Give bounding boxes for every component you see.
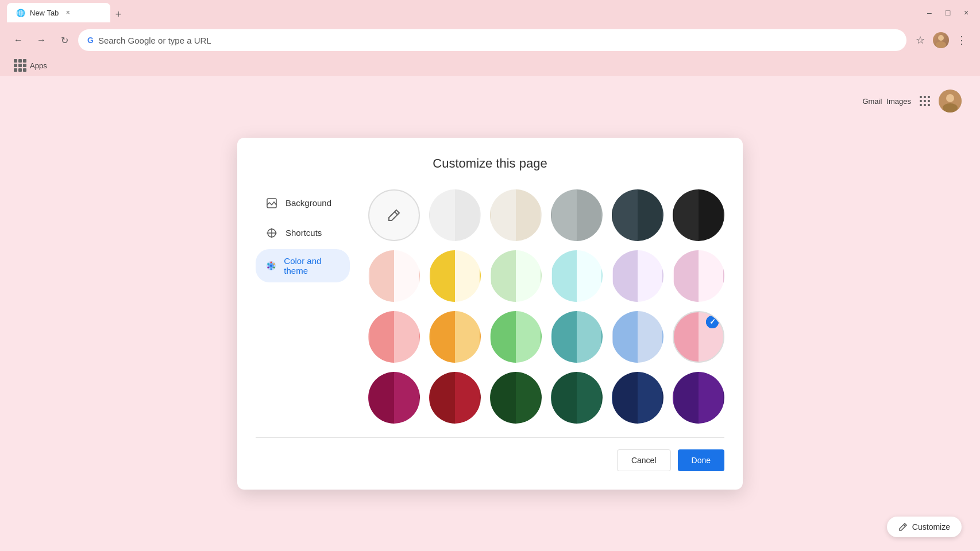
forward-button[interactable]: → — [32, 31, 51, 49]
svg-point-18 — [270, 265, 272, 267]
color-option-light-cyan[interactable] — [551, 250, 603, 302]
bookmarks-bar: Apps — [0, 55, 980, 76]
color-option-dark-navy[interactable] — [612, 372, 663, 424]
back-button[interactable]: ← — [9, 31, 28, 49]
color-option-salmon[interactable] — [368, 311, 420, 363]
dialog-title: Customize this page — [256, 156, 724, 171]
color-option-pink-selected[interactable]: ✓ — [673, 311, 724, 363]
color-option-dark-teal[interactable] — [551, 372, 603, 424]
palette-icon — [265, 259, 277, 273]
color-option-dark-gray[interactable] — [612, 189, 663, 241]
apps-bookmark[interactable]: Apps — [9, 57, 52, 74]
svg-point-21 — [273, 266, 275, 268]
color-option-light-pink[interactable] — [368, 250, 420, 302]
window-controls: – □ × — [923, 6, 973, 20]
color-theme-label: Color and theme — [284, 256, 341, 276]
svg-point-19 — [270, 261, 272, 263]
svg-point-23 — [267, 266, 269, 268]
color-option-light-green[interactable] — [490, 250, 542, 302]
cancel-button[interactable]: Cancel — [617, 449, 671, 471]
svg-point-24 — [267, 263, 269, 265]
color-option-light-rose[interactable] — [673, 250, 724, 302]
title-bar: 🌐 New Tab × + – □ × — [0, 0, 980, 25]
color-row-2 — [368, 250, 724, 302]
sidebar-item-shortcuts[interactable]: Shortcuts — [256, 219, 350, 247]
color-option-light-lavender[interactable] — [612, 250, 663, 302]
color-option-crimson[interactable] — [429, 372, 481, 424]
customize-fab[interactable]: Customize — [887, 517, 962, 537]
google-logo: G — [87, 36, 94, 45]
apps-grid-icon — [14, 59, 26, 72]
color-option-orange[interactable] — [429, 311, 481, 363]
color-row-4 — [368, 372, 724, 424]
color-option-teal[interactable] — [551, 311, 603, 363]
sidebar-nav: Background Shortcuts — [256, 189, 350, 424]
shortcuts-icon — [265, 226, 279, 240]
nav-right-controls: ☆ ⋮ — [911, 31, 971, 49]
shortcuts-label: Shortcuts — [285, 228, 322, 238]
tab-close-button[interactable]: × — [63, 8, 72, 17]
color-row-1 — [368, 189, 724, 241]
browser-frame: 🌐 New Tab × + – □ × ← → ↻ G Search Googl… — [0, 0, 980, 551]
dialog-content: Background Shortcuts — [256, 189, 724, 424]
color-option-dark-green[interactable] — [490, 372, 542, 424]
profile-button[interactable] — [932, 31, 950, 49]
color-option-dark-red[interactable] — [368, 372, 420, 424]
color-option-black[interactable] — [673, 189, 724, 241]
color-grid: ✓ — [368, 189, 724, 424]
customize-fab-label: Customize — [912, 522, 950, 531]
new-tab-page: Gmail Images Customize this page — [0, 76, 980, 551]
background-label: Background — [285, 198, 331, 208]
menu-button[interactable]: ⋮ — [952, 31, 971, 49]
refresh-button[interactable]: ↻ — [55, 31, 74, 49]
customize-dialog: Customize this page Background — [237, 138, 743, 490]
sidebar-item-background[interactable]: Background — [256, 189, 350, 217]
close-window-button[interactable]: × — [959, 6, 973, 20]
svg-point-0 — [938, 35, 944, 41]
svg-point-1 — [936, 41, 946, 48]
color-option-dark-purple[interactable] — [673, 372, 724, 424]
color-option-white[interactable] — [429, 189, 481, 241]
maximize-button[interactable]: □ — [941, 6, 955, 20]
background-icon — [265, 196, 279, 210]
new-tab-button[interactable]: + — [110, 6, 126, 22]
sidebar-item-color-theme[interactable]: Color and theme — [256, 249, 350, 282]
color-edit-button[interactable] — [368, 189, 420, 241]
nav-bar: ← → ↻ G Search Google or type a URL ☆ ⋮ — [0, 25, 980, 55]
color-option-blue[interactable] — [612, 311, 663, 363]
color-option-warm-white[interactable] — [490, 189, 542, 241]
color-row-3: ✓ — [368, 311, 724, 363]
apps-label: Apps — [30, 61, 47, 70]
svg-point-20 — [273, 263, 275, 265]
color-option-light-yellow[interactable] — [429, 250, 481, 302]
active-tab[interactable]: 🌐 New Tab × — [7, 3, 110, 22]
color-option-green[interactable] — [490, 311, 542, 363]
tab-title: New Tab — [30, 9, 59, 17]
dialog-footer: Cancel Done — [256, 438, 724, 471]
color-option-gray[interactable] — [551, 189, 603, 241]
modal-overlay: Customize this page Background — [0, 76, 980, 551]
tab-bar: 🌐 New Tab × + — [7, 3, 918, 22]
address-text: Search Google or type a URL — [98, 36, 897, 45]
minimize-button[interactable]: – — [923, 6, 936, 20]
address-bar[interactable]: G Search Google or type a URL — [78, 29, 906, 51]
done-button[interactable]: Done — [678, 449, 724, 471]
svg-point-22 — [270, 268, 272, 270]
bookmark-button[interactable]: ☆ — [911, 31, 929, 49]
